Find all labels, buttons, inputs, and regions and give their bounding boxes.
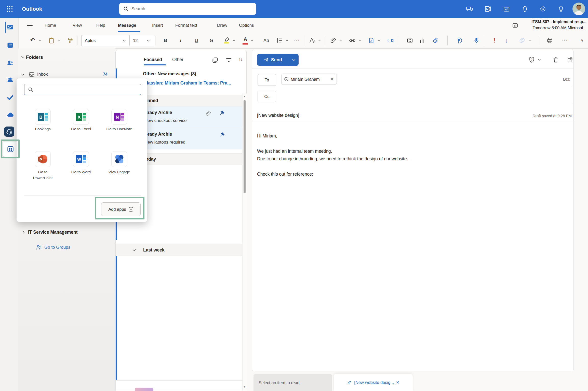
strikethrough-button[interactable]: S <box>208 33 215 48</box>
font-size-chevron-icon[interactable] <box>147 40 150 42</box>
rail-mail-icon[interactable] <box>7 24 14 31</box>
tab-format-text[interactable]: Format text <box>175 18 197 33</box>
folder-itsm-row[interactable]: IT Service Management <box>18 227 113 238</box>
highlight-chevron-icon[interactable] <box>232 39 235 41</box>
rail-support-headset-icon[interactable] <box>4 127 14 137</box>
app-tile-onenote[interactable]: N <box>111 109 127 125</box>
insert-link-button[interactable] <box>349 37 356 44</box>
undo-chevron-icon[interactable] <box>38 39 41 41</box>
paste-chevron-icon[interactable] <box>58 39 61 41</box>
rail-todo-icon[interactable] <box>7 94 14 101</box>
todo-icon[interactable] <box>503 5 510 12</box>
tips-lightbulb-icon[interactable] <box>557 5 565 12</box>
tab-help[interactable]: Help <box>96 18 105 33</box>
underline-button[interactable]: U <box>193 33 199 48</box>
sort-icon[interactable]: ↑↓ <box>236 56 245 63</box>
recipient-pill[interactable]: Miriam Graham × <box>281 74 337 85</box>
multiselect-icon[interactable] <box>212 57 219 63</box>
print-button[interactable] <box>546 37 553 44</box>
open-in-new-window-icon[interactable] <box>567 57 573 63</box>
tab-insert[interactable]: Insert <box>152 18 163 33</box>
font-size-select[interactable]: 12 <box>133 35 138 46</box>
notifications-bell-icon[interactable] <box>521 5 528 12</box>
scrollbar-thumb[interactable] <box>244 100 246 193</box>
highlight-color-button[interactable] <box>223 37 230 44</box>
filter-icon[interactable] <box>226 58 232 62</box>
folders-collapse-chevron-icon[interactable] <box>21 56 24 59</box>
signature-button[interactable] <box>368 37 375 44</box>
discard-trash-icon[interactable] <box>553 57 559 63</box>
cc-button[interactable]: Cc <box>258 91 276 102</box>
attach-chevron-icon[interactable] <box>339 39 342 41</box>
format-painter-icon[interactable] <box>67 37 73 44</box>
to-button[interactable]: To <box>258 74 276 86</box>
loop-button[interactable] <box>432 37 439 44</box>
font-color-button[interactable]: A <box>242 36 249 45</box>
remove-recipient-icon[interactable]: × <box>329 74 335 85</box>
tab-view[interactable]: View <box>73 18 82 33</box>
app-launcher-waffle-icon[interactable] <box>6 5 13 12</box>
subject-field[interactable]: [New website design] <box>257 111 299 119</box>
settings-gear-icon[interactable] <box>539 5 546 12</box>
link-chevron-icon[interactable] <box>358 39 361 41</box>
styles-chevron-icon[interactable] <box>318 39 321 41</box>
folder-inbox-row[interactable]: Inbox 74 <box>18 69 113 79</box>
search-input[interactable] <box>131 3 252 15</box>
app-tile-powerpoint[interactable]: P <box>35 151 51 167</box>
list-scrollbar[interactable]: ▲ ▼ <box>242 93 247 391</box>
undo-button[interactable]: ↶ <box>29 33 36 48</box>
section-header-last-week[interactable]: Last week <box>116 244 246 256</box>
attach-file-button[interactable] <box>330 37 337 44</box>
nav-hamburger-icon[interactable] <box>26 22 33 29</box>
banner-title[interactable]: Other: New messages (8) <box>143 71 196 77</box>
itsm-expand-chevron-icon[interactable] <box>22 230 25 234</box>
apps-search-box[interactable] <box>24 84 141 95</box>
scrollbar-down-arrow[interactable]: ▼ <box>243 385 246 389</box>
message-protection-shield-icon[interactable]: ? <box>529 57 535 63</box>
tab-options[interactable]: Options <box>239 18 254 33</box>
teams-chat-icon[interactable] <box>466 5 473 12</box>
collapse-ribbon-chevron[interactable]: ∨ <box>579 33 585 48</box>
line-spacing-button[interactable] <box>276 37 283 44</box>
low-importance-button[interactable]: ↓ <box>504 33 510 48</box>
sensitivity-button[interactable] <box>519 37 525 44</box>
apps-search-input[interactable] <box>36 85 139 95</box>
dictate-mic-button[interactable] <box>473 37 480 44</box>
tab-other[interactable]: Other <box>172 56 183 63</box>
styles-button[interactable] <box>309 37 316 44</box>
send-button[interactable]: Send <box>257 54 289 66</box>
account-avatar[interactable] <box>572 3 585 15</box>
tab-home[interactable]: Home <box>45 18 56 33</box>
p-badge-button[interactable]: P <box>456 37 462 44</box>
inbox-expand-chevron-icon[interactable] <box>21 73 24 76</box>
rail-people-icon[interactable] <box>7 59 14 66</box>
scrollbar-up-arrow[interactable]: ▲ <box>243 94 246 98</box>
onenote-feed-icon[interactable]: N <box>484 5 491 12</box>
rail-groups-icon[interactable] <box>7 77 14 84</box>
more-format-options-button[interactable]: ⋯ <box>293 33 300 48</box>
video-meeting-button[interactable] <box>387 37 394 44</box>
rail-onedrive-icon[interactable] <box>7 111 14 118</box>
bold-button[interactable]: B <box>162 33 168 48</box>
go-to-groups-link[interactable]: Go to Groups <box>18 242 113 253</box>
app-tile-word[interactable]: W <box>73 151 89 167</box>
sensitivity-chevron-icon[interactable] <box>528 39 531 41</box>
draft-tab-close-icon[interactable]: × <box>396 380 399 385</box>
pin-icon[interactable] <box>219 132 225 138</box>
tab-focused[interactable]: Focused <box>144 56 162 63</box>
italic-button[interactable]: I <box>178 33 184 48</box>
draft-tab[interactable]: [New website desig... × <box>334 374 413 391</box>
search-box[interactable] <box>119 3 256 15</box>
bcc-button[interactable]: Bcc <box>561 76 570 83</box>
app-tile-excel[interactable]: X <box>73 109 89 125</box>
tab-draw[interactable]: Draw <box>217 18 227 33</box>
reading-pane-tab[interactable]: Select an item to read <box>253 374 332 391</box>
poll-button[interactable] <box>419 37 425 44</box>
font-name-select[interactable]: Aptos <box>85 35 96 46</box>
protection-chevron-icon[interactable] <box>538 59 541 61</box>
meeting-reminder[interactable]: ITSM-807 - Implement resp... Tomorrow 8:… <box>510 18 587 32</box>
clear-formatting-button[interactable]: Ab <box>262 33 271 48</box>
font-name-chevron-icon[interactable] <box>123 40 126 42</box>
addins-button[interactable] <box>407 37 413 44</box>
rail-calendar-icon[interactable] <box>7 41 14 49</box>
